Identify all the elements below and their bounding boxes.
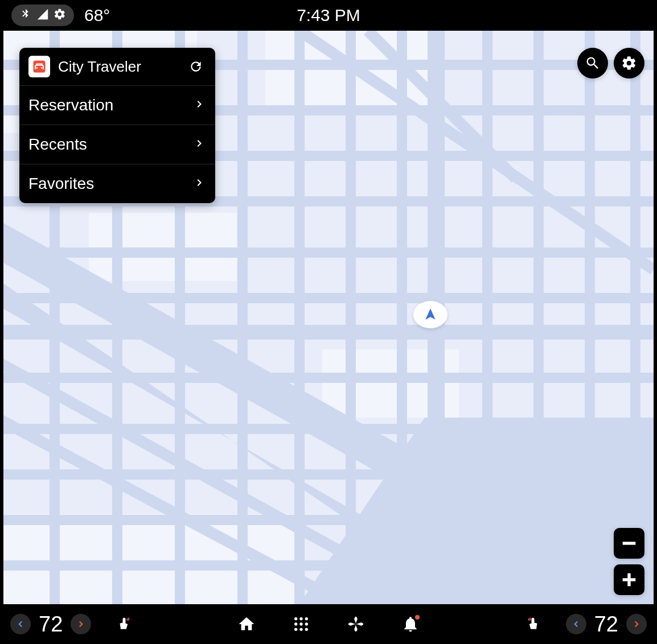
status-icons-pill <box>11 5 74 26</box>
chevron-right-icon <box>192 137 206 152</box>
navigation-side-panel: City Traveler Reservation Recents Favori… <box>19 48 215 203</box>
search-button[interactable] <box>577 48 608 79</box>
notification-dot-icon <box>415 615 420 620</box>
svg-point-44 <box>299 617 302 620</box>
left-temp-up-button[interactable] <box>71 614 91 634</box>
home-button[interactable] <box>236 614 257 634</box>
svg-point-46 <box>294 622 297 625</box>
clock: 7:43 PM <box>297 6 360 25</box>
left-climate-control: 72 <box>10 612 151 637</box>
svg-point-45 <box>305 617 308 620</box>
zoom-in-button[interactable] <box>614 564 644 595</box>
apps-button[interactable] <box>291 614 311 634</box>
bluetooth-icon <box>19 6 32 24</box>
zoom-out-button[interactable] <box>614 528 644 559</box>
app-icon <box>28 56 50 77</box>
chevron-right-icon <box>192 176 206 192</box>
outside-temperature: 68° <box>84 6 110 25</box>
left-temp-down-button[interactable] <box>10 614 31 634</box>
svg-point-48 <box>305 622 308 625</box>
current-location-marker <box>413 301 447 328</box>
svg-point-51 <box>305 628 308 631</box>
panel-header: City Traveler <box>19 48 215 86</box>
right-seat-heat-button[interactable] <box>523 614 543 634</box>
signal-icon <box>36 6 49 24</box>
map-action-buttons <box>577 48 644 79</box>
right-temperature: 72 <box>594 612 618 637</box>
menu-item-label: Reservation <box>28 96 113 114</box>
right-temp-up-button[interactable] <box>626 614 647 634</box>
left-seat-heat-button[interactable] <box>114 614 134 634</box>
svg-point-49 <box>294 628 297 631</box>
reload-button[interactable] <box>186 56 206 77</box>
svg-rect-40 <box>623 542 635 544</box>
app-title: City Traveler <box>58 58 186 76</box>
settings-button[interactable] <box>614 48 644 79</box>
chevron-right-icon <box>192 97 206 113</box>
svg-point-50 <box>299 628 302 631</box>
svg-point-47 <box>299 622 302 625</box>
menu-item-label: Favorites <box>28 175 94 193</box>
notifications-button[interactable] <box>400 614 421 634</box>
svg-rect-3 <box>89 213 237 281</box>
system-nav-icons <box>236 614 421 634</box>
svg-rect-42 <box>628 573 630 585</box>
status-bar: 68° 7:43 PM <box>0 0 657 31</box>
map-view[interactable]: City Traveler Reservation Recents Favori… <box>3 31 654 604</box>
menu-item-label: Recents <box>28 135 87 154</box>
svg-point-39 <box>41 67 42 68</box>
left-temperature: 72 <box>39 612 63 637</box>
right-temp-down-button[interactable] <box>566 614 586 634</box>
svg-point-38 <box>36 67 38 68</box>
fan-button[interactable] <box>346 614 366 634</box>
right-climate-control: 72 <box>506 612 647 637</box>
menu-item-reservation[interactable]: Reservation <box>19 86 215 125</box>
menu-item-recents[interactable]: Recents <box>19 125 215 164</box>
svg-point-43 <box>294 617 297 620</box>
zoom-controls <box>614 528 644 595</box>
menu-item-favorites[interactable]: Favorites <box>19 164 215 203</box>
gear-icon <box>54 6 66 24</box>
bottom-system-bar: 72 72 <box>0 604 657 644</box>
